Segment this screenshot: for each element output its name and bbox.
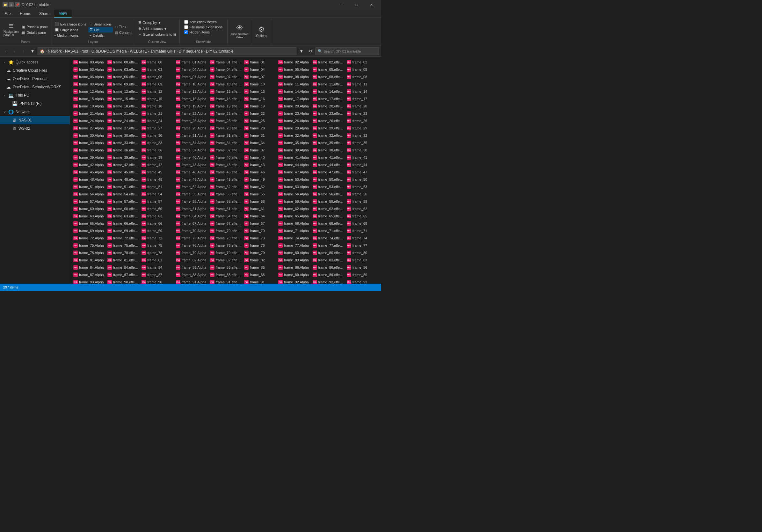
list-item[interactable]: PNGframe_35.effectsResult — [311, 139, 345, 146]
list-item[interactable]: PNGframe_67.Alpha — [175, 220, 208, 227]
list-item[interactable]: PNGframe_01 — [243, 59, 277, 66]
list-item[interactable]: PNGframe_68.effectsResult — [311, 220, 345, 227]
list-item[interactable]: PNGframe_24.Alpha — [72, 117, 106, 124]
list-item[interactable]: PNGframe_64 — [243, 213, 277, 220]
list-item[interactable]: PNGframe_66.effectsResult — [106, 220, 140, 227]
path-nas01[interactable]: NAS-01 — [65, 49, 78, 53]
list-item[interactable]: PNGframe_13.Alpha — [175, 88, 208, 95]
preview-pane-button[interactable]: ▣ Preview pane — [21, 24, 49, 30]
list-item[interactable]: PNGframe_73 — [243, 235, 277, 242]
list-item[interactable]: PNGframe_38.Alpha — [277, 147, 311, 154]
list-item[interactable]: PNGframe_69.effectsResult — [106, 227, 140, 234]
list-item[interactable]: PNGframe_74.effectsResult — [311, 235, 345, 242]
list-item[interactable]: PNGframe_09.effectsResult — [106, 81, 140, 88]
sidebar-item-quick-access[interactable]: › ⭐ Quick access — [0, 58, 70, 66]
list-item[interactable]: PNGframe_22.Alpha — [175, 110, 208, 117]
sidebar-item-ws02[interactable]: 🖥 WS-02 — [0, 124, 70, 133]
list-item[interactable]: PNGframe_33 — [140, 139, 174, 146]
list-item[interactable]: PNGframe_76 — [243, 242, 277, 249]
list-item[interactable]: PNGframe_28.effectsResult — [209, 125, 243, 132]
list-item[interactable]: PNGframe_88.effectsResult — [209, 271, 243, 278]
details-button[interactable]: ≡ Details — [88, 33, 113, 38]
list-item[interactable]: PNGframe_23.Alpha — [277, 110, 311, 117]
list-item[interactable]: PNGframe_56 — [345, 190, 379, 197]
list-item[interactable]: PNGframe_36.Alpha — [72, 147, 106, 154]
list-item[interactable]: PNGframe_06 — [140, 73, 174, 80]
sidebar-item-this-pc[interactable]: › 💻 This PC — [0, 91, 70, 100]
list-item[interactable]: PNGframe_49 — [243, 176, 277, 183]
list-item[interactable]: PNGframe_47 — [345, 169, 379, 176]
size-all-columns-button[interactable]: ↔ Size all columns to fit — [137, 32, 177, 37]
pin-icon[interactable]: 📌 — [15, 2, 20, 7]
list-item[interactable]: PNGframe_89.Alpha — [277, 271, 311, 278]
list-item[interactable]: PNGframe_44.effectsResult — [311, 161, 345, 168]
list-item[interactable]: PNGframe_08 — [345, 73, 379, 80]
list-item[interactable]: PNGframe_51.effectsResult — [106, 183, 140, 190]
list-item[interactable]: PNGframe_23.effectsResult — [311, 110, 345, 117]
list-item[interactable]: PNGframe_67 — [243, 220, 277, 227]
list-item[interactable]: PNGframe_19 — [243, 103, 277, 110]
list-item[interactable]: PNGframe_00 — [140, 59, 174, 66]
list-item[interactable]: PNGframe_62.effectsResult — [311, 205, 345, 212]
file-name-extensions-label[interactable]: File name extensions — [183, 25, 223, 29]
list-item[interactable]: PNGframe_78.Alpha — [72, 249, 106, 256]
list-item[interactable]: PNGframe_62.Alpha — [277, 205, 311, 212]
list-item[interactable]: PNGframe_18.effectsResult — [106, 103, 140, 110]
list-item[interactable]: PNGframe_10 — [243, 81, 277, 88]
list-item[interactable]: PNGframe_43.effectsResult — [209, 161, 243, 168]
list-item[interactable]: PNGframe_68 — [345, 220, 379, 227]
list-item[interactable]: PNGframe_39.Alpha — [72, 154, 106, 161]
list-item[interactable]: PNGframe_51.Alpha — [72, 183, 106, 190]
sidebar-item-onedrive-personal[interactable]: ☁ OneDrive - Personal — [0, 75, 70, 83]
list-item[interactable]: PNGframe_59.Alpha — [277, 198, 311, 205]
list-item[interactable]: PNGframe_76.effectsResult — [209, 242, 243, 249]
list-item[interactable]: PNGframe_24.effectsResult — [106, 117, 140, 124]
list-item[interactable]: PNGframe_34.Alpha — [175, 139, 208, 146]
list-item[interactable]: PNGframe_87 — [140, 271, 174, 278]
list-item[interactable]: PNGframe_30 — [140, 132, 174, 139]
list-item[interactable]: PNGframe_80 — [345, 249, 379, 256]
list-item[interactable]: PNGframe_14.effectsResult — [311, 88, 345, 95]
list-item[interactable]: PNGframe_50.Alpha — [277, 176, 311, 183]
list-item[interactable]: PNGframe_91.effectsResult — [209, 278, 243, 284]
list-item[interactable]: PNGframe_32.Alpha — [277, 132, 311, 139]
item-checkboxes-label[interactable]: Item check boxes — [183, 20, 218, 24]
list-item[interactable]: PNGframe_79.Alpha — [175, 249, 208, 256]
list-item[interactable]: PNGframe_43.Alpha — [175, 161, 208, 168]
list-item[interactable]: PNGframe_03 — [140, 66, 174, 73]
list-item[interactable]: PNGframe_67.effectsResult — [209, 220, 243, 227]
list-item[interactable]: PNGframe_82.Alpha — [175, 257, 208, 264]
address-dropdown-button[interactable]: ▼ — [298, 47, 305, 55]
list-item[interactable]: PNGframe_25.Alpha — [175, 117, 208, 124]
item-checkboxes-checkbox[interactable] — [184, 20, 188, 24]
list-item[interactable]: PNGframe_36 — [140, 147, 174, 154]
list-item[interactable]: PNGframe_72.Alpha — [72, 235, 106, 242]
list-item[interactable]: PNGframe_61.effectsResult — [209, 205, 243, 212]
list-item[interactable]: PNGframe_14.Alpha — [277, 88, 311, 95]
list-item[interactable]: PNGframe_71.Alpha — [277, 227, 311, 234]
list-item[interactable]: PNGframe_02.Alpha — [277, 59, 311, 66]
list-item[interactable]: PNGframe_08.effectsResult — [311, 73, 345, 80]
back-button[interactable]: ‹ — [2, 47, 10, 55]
list-item[interactable]: PNGframe_03.Alpha — [72, 66, 106, 73]
list-item[interactable]: PNGframe_15 — [140, 95, 174, 102]
hide-selected-button[interactable]: 👁 Hide selecteditems — [229, 23, 250, 40]
list-item[interactable]: PNGframe_15.Alpha — [72, 95, 106, 102]
list-item[interactable]: PNGframe_83.Alpha — [277, 257, 311, 264]
list-item[interactable]: PNGframe_55 — [243, 190, 277, 197]
list-item[interactable]: PNGframe_05.effectsResult — [311, 66, 345, 73]
list-item[interactable]: PNGframe_28.Alpha — [175, 125, 208, 132]
list-item[interactable]: PNGframe_45.Alpha — [72, 169, 106, 176]
list-item[interactable]: PNGframe_31.Alpha — [175, 132, 208, 139]
list-item[interactable]: PNGframe_00.effectsResult — [106, 59, 140, 66]
list-item[interactable]: PNGframe_86 — [345, 264, 379, 271]
list-item[interactable]: PNGframe_91.Alpha — [175, 278, 208, 284]
list-item[interactable]: PNGframe_48 — [140, 176, 174, 183]
path-diy02[interactable]: DIY 02 turntable — [206, 49, 234, 53]
list-item[interactable]: PNGframe_65 — [345, 213, 379, 220]
list-item[interactable]: PNGframe_25.effectsResult — [209, 117, 243, 124]
list-item[interactable]: PNGframe_06.effectsResult — [106, 73, 140, 80]
list-item[interactable]: PNGframe_29.Alpha — [277, 125, 311, 132]
list-item[interactable]: PNGframe_82 — [243, 257, 277, 264]
list-item[interactable]: PNGframe_82.effectsResult — [209, 257, 243, 264]
